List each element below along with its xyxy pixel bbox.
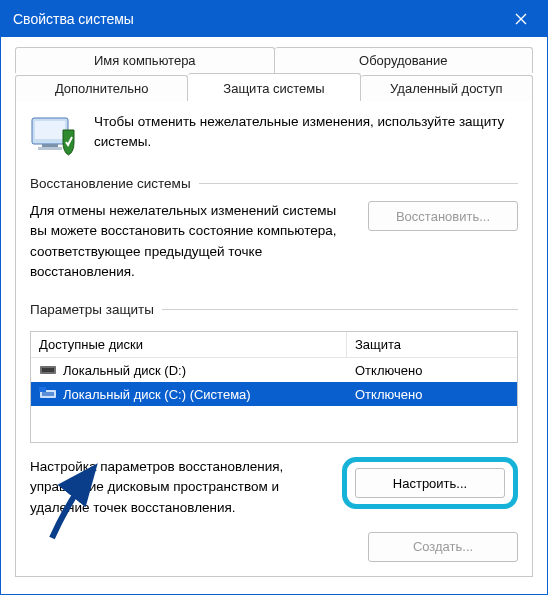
configure-button[interactable]: Настроить... [355,468,505,498]
annotation-highlight: Настроить... [342,457,518,509]
titlebar: Свойства системы [1,1,547,37]
svg-rect-2 [42,144,58,147]
window-title: Свойства системы [13,11,499,27]
dialog-footer: OK Отмена Применить [1,589,547,595]
svg-rect-5 [42,368,54,372]
svg-rect-7 [42,392,54,396]
drive-row[interactable]: Локальный диск (D:) Отключено [31,358,517,382]
hdd-system-icon [39,387,57,401]
intro-text: Чтобы отменить нежелательные изменения, … [94,112,518,151]
restore-button: Восстановить... [368,201,518,231]
tab-remote[interactable]: Удаленный доступ [361,75,533,101]
tab-hardware[interactable]: Оборудование [275,47,534,73]
drive-status: Отключено [347,363,517,378]
drive-row-selected[interactable]: Локальный диск (C:) (Система) Отключено [31,382,517,406]
drive-name: Локальный диск (C:) (Система) [63,387,251,402]
close-icon [515,13,527,25]
tab-computer-name[interactable]: Имя компьютера [15,47,275,73]
tab-panel: Чтобы отменить нежелательные изменения, … [15,100,533,577]
restore-section-label: Восстановление системы [30,176,518,191]
drives-header: Доступные диски Защита [31,332,517,358]
drive-status: Отключено [347,387,517,402]
svg-rect-3 [38,147,62,150]
protection-section-label: Параметры защиты [30,302,518,317]
hdd-icon [39,363,57,377]
close-button[interactable] [499,1,543,37]
restore-description: Для отмены нежелательных изменений систе… [30,201,352,282]
shield-monitor-icon [30,112,82,156]
col-status: Защита [347,332,517,357]
create-button: Создать... [368,532,518,562]
col-drive: Доступные диски [31,332,347,357]
drive-name: Локальный диск (D:) [63,363,186,378]
drives-table[interactable]: Доступные диски Защита Локальный диск (D… [30,331,518,443]
svg-rect-1 [35,121,65,139]
config-description: Настройка параметров восстановления, упр… [30,457,326,518]
tab-advanced[interactable]: Дополнительно [15,75,188,101]
svg-rect-8 [39,387,46,392]
tab-system-protection[interactable]: Защита системы [188,73,360,101]
